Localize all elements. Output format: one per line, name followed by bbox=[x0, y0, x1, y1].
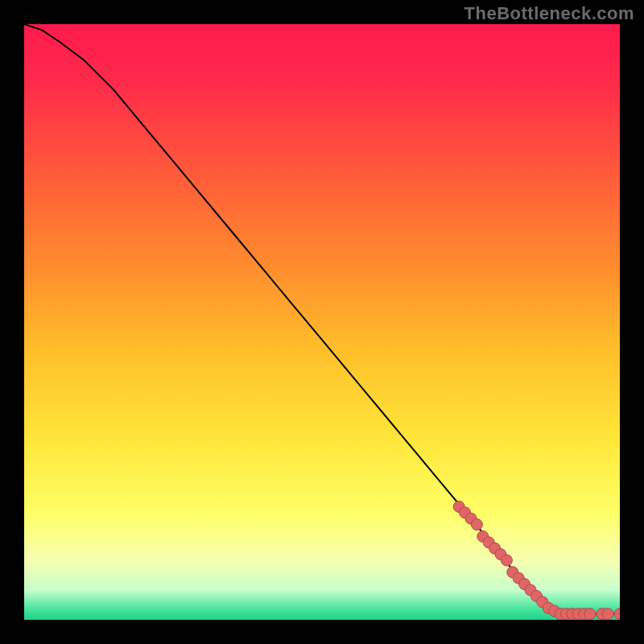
chart-svg bbox=[24, 24, 620, 620]
chart-stage: TheBottleneck.com bbox=[0, 0, 644, 644]
data-marker bbox=[602, 609, 613, 620]
watermark-text: TheBottleneck.com bbox=[464, 3, 634, 24]
plot-area bbox=[24, 24, 620, 620]
data-marker bbox=[501, 555, 512, 566]
data-marker bbox=[471, 519, 482, 530]
data-marker bbox=[584, 609, 596, 620]
gradient-background bbox=[24, 24, 620, 620]
